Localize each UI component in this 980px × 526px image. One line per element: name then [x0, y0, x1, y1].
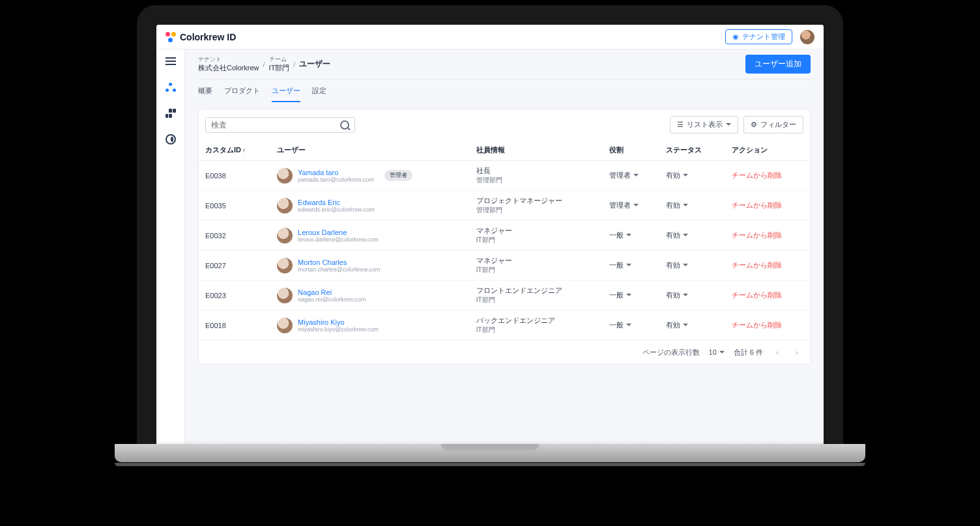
cell-id: E0032	[199, 221, 270, 251]
emp-dept: 管理部門	[476, 176, 596, 185]
col-emp[interactable]: 社員情報	[470, 140, 603, 161]
role-select[interactable]: 一般	[609, 320, 631, 330]
search-input[interactable]	[211, 120, 340, 130]
role-select[interactable]: 一般	[609, 230, 631, 240]
breadcrumb-separator: /	[293, 61, 295, 68]
role-select[interactable]: 一般	[609, 260, 631, 270]
chevron-down-icon	[683, 204, 688, 209]
search-box	[205, 117, 355, 133]
remove-from-team-button[interactable]: チームから削除	[732, 291, 782, 299]
brand-name: Colorkrew ID	[180, 32, 236, 42]
avatar	[277, 228, 293, 243]
prev-page-button[interactable]: ‹	[772, 347, 783, 357]
status-select[interactable]: 有効	[666, 290, 688, 300]
next-page-button[interactable]: ›	[792, 347, 802, 357]
status-select[interactable]: 有効	[666, 260, 688, 270]
table-row: E0035Edwards Ericedwards.eric@colorkrew.…	[199, 191, 810, 221]
col-status[interactable]: ステータス	[659, 140, 725, 161]
table-row: E0023Nagao Reinagao.rei@colorkrew.comフロン…	[199, 281, 810, 311]
cell-id: E0027	[199, 251, 270, 281]
admin-badge: 管理者	[384, 170, 412, 181]
chevron-down-icon	[626, 264, 631, 269]
remove-from-team-button[interactable]: チームから削除	[732, 261, 782, 269]
menu-icon[interactable]	[164, 55, 177, 68]
logo-icon	[166, 32, 176, 42]
chevron-down-icon	[719, 351, 725, 356]
breadcrumb-current: ユーザー	[299, 59, 330, 70]
col-user[interactable]: ユーザー	[270, 140, 470, 161]
user-name-link[interactable]: Morton Charles	[298, 258, 380, 266]
breadcrumb-tenant[interactable]: テナント 株式会社Colorkrew	[198, 56, 259, 73]
status-select[interactable]: 有効	[666, 171, 688, 180]
user-name-link[interactable]: Yamada taro	[298, 169, 374, 176]
col-custom-id[interactable]: カスタムID	[199, 140, 270, 161]
remove-from-team-button[interactable]: チームから削除	[732, 201, 782, 209]
tab-settings[interactable]: 設定	[312, 86, 326, 102]
breadcrumb-label-2: チーム	[269, 56, 290, 64]
user-table: カスタムID ユーザー 社員情報 役割 ステータス アクション E0038Yam…	[199, 140, 810, 340]
view-toggle-button[interactable]: ☰ リスト表示	[670, 116, 738, 133]
chevron-down-icon	[683, 294, 688, 299]
user-name-link[interactable]: Leroux Darlene	[298, 228, 379, 236]
status-select[interactable]: 有効	[666, 201, 688, 210]
tab-product[interactable]: プロダクト	[224, 86, 260, 102]
table-row: E0032Leroux Darleneleroux.darlene@colork…	[199, 221, 810, 251]
remove-from-team-button[interactable]: チームから削除	[732, 231, 782, 239]
user-email: nagao.rei@colorkrew.com	[298, 296, 366, 303]
sidebar-item-home[interactable]	[164, 81, 177, 94]
remove-from-team-button[interactable]: チームから削除	[732, 171, 782, 179]
tab-overview[interactable]: 概要	[198, 86, 212, 102]
add-user-button[interactable]: ユーザー追加	[745, 55, 811, 74]
breadcrumb: テナント 株式会社Colorkrew / チーム IT部門 / ユーザー ユーザ…	[198, 49, 811, 79]
chevron-down-icon	[626, 324, 631, 329]
filter-button[interactable]: ⚙ フィルター	[743, 116, 803, 133]
brand-logo[interactable]: Colorkrew ID	[166, 32, 236, 42]
tab-users[interactable]: ユーザー	[272, 86, 300, 102]
pagination: ページの表示行数 10 合計 6 件 ‹ ›	[199, 340, 810, 364]
user-table-card: ☰ リスト表示 ⚙ フィルター	[198, 109, 811, 365]
remove-from-team-button[interactable]: チームから削除	[732, 321, 782, 329]
avatar[interactable]	[800, 30, 814, 44]
table-row: E0038Yamada taroyamada.taro@colorkrew.co…	[199, 161, 810, 191]
status-select[interactable]: 有効	[666, 320, 688, 330]
tabs: 概要 プロダクト ユーザー 設定	[198, 79, 811, 102]
role-select[interactable]: 一般	[609, 290, 631, 300]
chevron-down-icon	[626, 294, 631, 299]
avatar	[277, 168, 293, 184]
emp-dept: IT部門	[476, 236, 596, 245]
search-icon[interactable]	[340, 120, 349, 130]
shield-icon: ◉	[732, 33, 739, 41]
role-select[interactable]: 管理者	[609, 201, 639, 210]
breadcrumb-value-2: IT部門	[269, 63, 290, 72]
tenant-management-button[interactable]: ◉ テナント管理	[725, 29, 792, 44]
role-select[interactable]: 管理者	[609, 171, 639, 180]
chevron-down-icon	[633, 174, 639, 179]
emp-title: フロントエンドエンジニア	[476, 286, 596, 296]
user-name-link[interactable]: Nagao Rei	[298, 288, 366, 296]
avatar	[277, 198, 293, 214]
chevron-down-icon	[683, 234, 688, 239]
emp-title: バックエンドエンジニア	[476, 316, 596, 325]
user-email: yamada.taro@colorkrew.com	[298, 176, 374, 183]
rows-value: 10	[709, 348, 717, 356]
toolbar: ☰ リスト表示 ⚙ フィルター	[199, 109, 810, 140]
sidebar-item-globe[interactable]	[164, 133, 177, 146]
chevron-down-icon	[726, 123, 731, 128]
sidebar-item-org[interactable]	[164, 107, 177, 120]
user-name-link[interactable]: Edwards Eric	[298, 199, 375, 206]
status-select[interactable]: 有効	[666, 230, 688, 240]
col-action[interactable]: アクション	[725, 140, 810, 161]
emp-dept: IT部門	[476, 325, 596, 335]
user-email: miyashiro.kiyo@colorkrew.com	[298, 326, 379, 333]
chevron-down-icon	[683, 264, 688, 269]
emp-title: マネジャー	[476, 226, 596, 236]
cell-id: E0018	[199, 311, 270, 340]
avatar	[277, 258, 293, 273]
col-role[interactable]: 役割	[603, 140, 659, 161]
rows-per-page-select[interactable]: 10	[709, 348, 725, 356]
table-row: E0027Morton Charlesmortan.charles@colork…	[199, 251, 810, 281]
breadcrumb-team[interactable]: チーム IT部門	[269, 56, 290, 73]
avatar	[277, 288, 293, 303]
avatar	[277, 318, 293, 333]
user-name-link[interactable]: Miyashiro Kiyo	[298, 318, 379, 326]
